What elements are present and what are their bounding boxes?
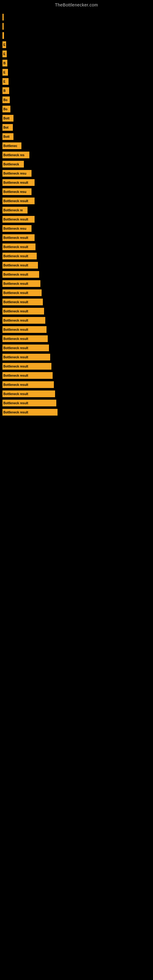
bar-row: Bot — [2, 123, 153, 132]
bar-label: Bottleneck resu — [3, 172, 26, 175]
bar-row: Bott — [2, 132, 153, 141]
bar-row: E — [2, 77, 153, 86]
bar-label: Bottleneck result — [3, 328, 28, 331]
bar-label: Bottleneck result — [3, 264, 28, 267]
bar-label: Bott — [3, 117, 10, 120]
bar-label: Bottleneck result — [3, 319, 28, 322]
bar: Bottleneck result — [2, 271, 39, 278]
bar: Bottleneck resu — [2, 188, 32, 195]
bar-label: B — [3, 89, 5, 92]
bar-label: Bottleneck result — [3, 365, 28, 368]
bar-label: Bottleneck result — [3, 383, 28, 387]
bar-row: Bottleneck re — [2, 206, 153, 215]
bar: Bottleneck result — [2, 354, 50, 360]
bar-row: Bottleneck result — [2, 307, 153, 315]
bar-row: Bottleneck resu — [2, 224, 153, 233]
bar-label: Bottleneck result — [3, 411, 28, 414]
bar-label: E — [3, 43, 5, 46]
bar-row: Bottleneck result — [2, 316, 153, 325]
bar: E — [2, 51, 7, 57]
bar-label: Bottleneck result — [3, 392, 28, 396]
bar: Bottleneck result — [2, 290, 41, 296]
bar: Bottleneck result — [2, 197, 35, 204]
bar — [2, 14, 4, 21]
bar-row: Bottleneck result — [2, 380, 153, 389]
bar: Bottleneck result — [2, 345, 49, 351]
bar: Bottleneck res — [2, 151, 29, 158]
bar: Bottleneck result — [2, 372, 53, 379]
bar-label: Bottleneck res — [3, 153, 24, 157]
bar: Bottleneck result — [2, 390, 55, 397]
bar-label: Bottleneck result — [3, 181, 28, 185]
bar: E — [2, 41, 6, 48]
bar-row: Bottleneck result — [2, 325, 153, 334]
bar-label: Bottleneck — [3, 162, 19, 166]
bar-row: E — [2, 40, 153, 49]
bar-label: Bo — [3, 108, 7, 111]
bar-row: E — [2, 68, 153, 76]
bar-label: Bottleneck result — [3, 273, 28, 276]
bar: Bottleneck — [2, 161, 24, 167]
bar: Bottleneck result — [2, 400, 56, 406]
bar: Bottleneck result — [2, 216, 35, 223]
bar-label: Bottleneck result — [3, 255, 28, 258]
bar-label: Bottleneck result — [3, 301, 28, 304]
bar-row: Bottleneck result — [2, 288, 153, 297]
bar-row — [2, 31, 153, 40]
bar-label: Bottlenec — [3, 144, 18, 148]
bar-row: Bo — [2, 95, 153, 104]
bar: Bo — [2, 97, 10, 103]
bar: Bott — [2, 115, 13, 122]
bar-label: Bottleneck re — [3, 208, 22, 212]
bar: Bottleneck result — [2, 280, 40, 287]
bar-row: Bottleneck result — [2, 371, 153, 380]
bar: Bottleneck result — [2, 381, 54, 388]
bar-row: Bott — [2, 114, 153, 123]
bar: Bottleneck result — [2, 326, 46, 333]
bar-row: Bottleneck result — [2, 270, 153, 279]
bar-label: Bot — [3, 126, 9, 129]
bar: Bot — [2, 124, 13, 131]
bar: Bottleneck result — [2, 409, 57, 415]
bar: Bottleneck resu — [2, 225, 32, 232]
bar-label: Bottleneck result — [3, 374, 28, 377]
bar: B — [2, 60, 7, 67]
bar-row: B — [2, 59, 153, 67]
bar: Bottleneck result — [2, 308, 44, 315]
bar-row: Bottlenec — [2, 142, 153, 150]
bar: B — [2, 87, 9, 94]
bar-label: Bottleneck resu — [3, 190, 26, 194]
bar: Bottleneck re — [2, 207, 27, 213]
bar: Bott — [2, 133, 13, 140]
bar-label: Bottleneck result — [3, 218, 28, 221]
bars-container: EEBEEBBoBoBottBotBottBottlenecBottleneck… — [0, 10, 153, 420]
bar-row: Bottleneck result — [2, 243, 153, 251]
bar-row: Bottleneck — [2, 160, 153, 169]
bar: Bottleneck result — [2, 317, 45, 324]
bar-row: Bottleneck result — [2, 197, 153, 205]
bar-label: Bottleneck result — [3, 310, 28, 313]
bar-row: Bottleneck result — [2, 334, 153, 343]
bar-row: Bottleneck result — [2, 408, 153, 417]
bar-label: Bottleneck result — [3, 291, 28, 294]
bar-row: Bottleneck result — [2, 390, 153, 398]
bar-row: Bottleneck result — [2, 362, 153, 371]
bar-label: Bottleneck resu — [3, 227, 26, 230]
bar — [2, 23, 4, 30]
bar-label: Bottleneck result — [3, 282, 28, 285]
bar-row: Bottleneck result — [2, 298, 153, 306]
bar-row: Bottleneck result — [2, 344, 153, 352]
bar: Bottlenec — [2, 142, 21, 149]
bar-row: Bottleneck result — [2, 252, 153, 260]
bar-label: B — [3, 62, 5, 65]
bar-row: Bottleneck result — [2, 279, 153, 288]
bar-row: Bottleneck result — [2, 215, 153, 224]
bar-row: Bottleneck resu — [2, 188, 153, 196]
bar-row: Bottleneck resu — [2, 169, 153, 178]
bar-label: Bottleneck result — [3, 236, 28, 240]
bar-row: Bottleneck result — [2, 178, 153, 187]
bar: Bottleneck result — [2, 243, 35, 250]
site-title: TheBottlenecker.com — [0, 0, 153, 10]
bar-row — [2, 22, 153, 30]
bar: Bottleneck result — [2, 335, 48, 342]
